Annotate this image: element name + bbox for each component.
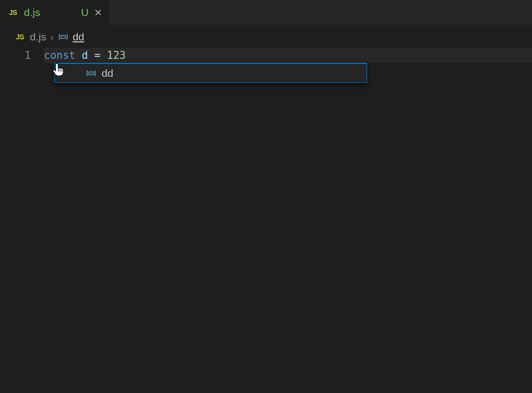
close-icon[interactable] (94, 8, 103, 17)
variable-icon (58, 31, 69, 42)
js-file-icon: JS (14, 33, 26, 41)
token-keyword: const (44, 49, 75, 61)
line-number: 1 (0, 49, 31, 61)
svg-rect-1 (89, 72, 93, 75)
breadcrumb-file[interactable]: d.js (30, 31, 46, 43)
line-gutter: 1 (0, 48, 44, 63)
js-file-icon: JS (7, 8, 19, 16)
variable-icon (86, 68, 97, 79)
breadcrumb-symbol[interactable]: dd (73, 31, 84, 43)
chevron-right-icon: › (50, 31, 54, 43)
tab-filename: d.js (24, 6, 40, 18)
editor-area: 1 const d = 123 dd (0, 48, 532, 63)
token-operator: = (94, 49, 101, 61)
pointer-cursor-icon (51, 62, 66, 78)
svg-rect-0 (61, 35, 65, 38)
breadcrumb[interactable]: JS d.js › dd (0, 25, 532, 48)
suggest-widget[interactable]: dd (54, 63, 367, 83)
token-identifier: d (82, 49, 88, 61)
token-number: 123 (107, 49, 126, 61)
code-line[interactable]: const d = 123 (44, 48, 532, 63)
tab-git-status: U (81, 6, 89, 18)
suggest-item-label[interactable]: dd (102, 67, 113, 79)
editor-tab[interactable]: JS d.js U (0, 0, 110, 25)
tab-bar: JS d.js U (0, 0, 532, 25)
code-area[interactable]: const d = 123 dd (44, 48, 532, 63)
